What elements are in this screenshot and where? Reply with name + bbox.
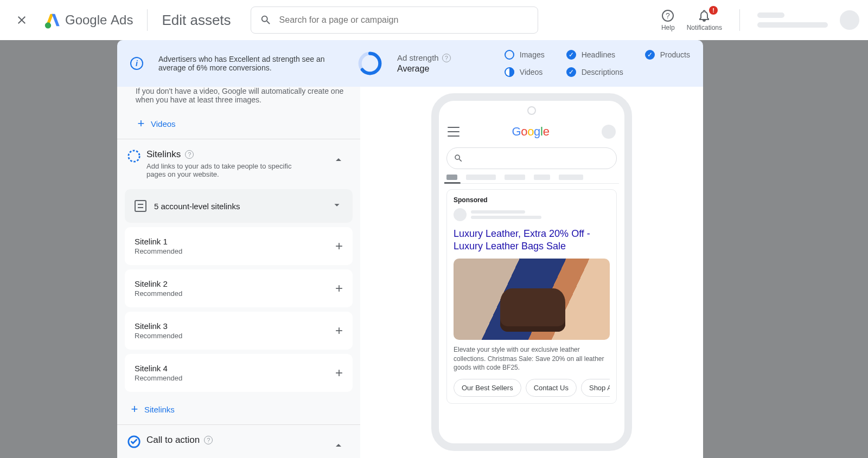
cta-chip: Shop All Prod [581,379,610,397]
sitelink-row-4[interactable]: Sitelink 4 Recommended + [125,354,353,392]
preview-tabs [444,175,619,184]
chevron-down-icon [331,199,343,213]
search-icon [454,153,463,163]
help-button[interactable]: ? Help [661,9,675,31]
status-full-icon [566,50,576,60]
ad-cta-row: Our Best Sellers Contact Us Shop All Pro… [454,379,610,397]
ad-headline: Luxury Leather, Extra 20% Off - Luxury L… [454,228,610,253]
notifications-label: Notifications [687,24,722,31]
sitelink-row-2[interactable]: Sitelink 2 Recommended + [125,269,353,307]
add-videos-button[interactable]: + Videos [117,111,360,139]
status-half-icon [505,67,514,77]
help-icon: ? [661,9,674,22]
notifications-button[interactable]: Notifications [687,9,722,31]
close-button[interactable] [9,7,35,33]
plus-icon[interactable]: + [335,238,343,254]
info-icon: i [130,57,143,70]
list-icon [135,200,146,212]
ad-preview-card: Sponsored Luxury Leather, Extra 20% Off … [446,189,617,404]
status-full-icon [645,50,655,60]
sitelink-row-1[interactable]: Sitelink 1 Recommended + [125,227,353,265]
preview-search-bar [446,147,617,169]
cta-chip: Our Best Sellers [454,379,521,397]
page-title: Edit assets [162,12,231,29]
ad-strength-help-icon[interactable]: ? [442,54,451,62]
cta-help-icon[interactable]: ? [204,436,213,444]
ad-description: Elevate your style with our exclusive le… [454,345,610,372]
close-icon [15,14,28,27]
sitelinks-title: Sitelinks [146,149,181,160]
plus-icon[interactable]: + [335,365,343,380]
search-icon [260,14,272,26]
search-box[interactable] [251,7,538,34]
svg-point-0 [45,22,51,28]
camera-notch-icon [527,106,536,115]
check-products: Products [645,50,690,60]
cta-chip: Contact Us [526,379,577,397]
account-skeleton [757,12,828,28]
sitelink-row-3[interactable]: Sitelink 3 Recommended + [125,312,353,350]
phone-preview: Google Sponsored [431,93,632,451]
video-hint: If you don't have a video, Google will a… [117,87,360,111]
status-full-icon [566,67,576,77]
main-content: If you don't have a video, Google will a… [117,87,703,458]
check-images: Images [505,50,545,60]
complete-ring-icon [127,435,141,449]
chevron-up-icon [332,439,345,452]
account-sitelinks-label: 5 account-level sitelinks [154,202,240,211]
check-videos: Videos [505,67,545,77]
search-input[interactable] [279,15,529,25]
svg-text:?: ? [666,11,670,20]
google-logo-preview: Google [512,125,549,139]
plus-icon[interactable]: + [335,323,343,338]
sitelinks-desc: Add links to your ads to take people to … [146,162,298,178]
ads-logo-icon [43,11,62,29]
sitelinks-section-header: Sitelinks ? Add links to your ads to tak… [117,139,360,185]
chevron-up-icon [332,153,345,166]
plus-icon: + [129,404,140,415]
status-empty-icon [505,50,514,60]
cta-collapse-toggle[interactable] [328,435,349,456]
plus-icon[interactable]: + [335,281,343,296]
notification-badge-icon [709,6,718,15]
google-ads-logo: Google Ads [43,11,133,29]
ad-strength-value: Average [397,64,451,74]
header-divider [147,9,148,31]
avatar[interactable] [840,10,859,30]
ad-image-preview [454,259,610,340]
cta-title: Call to action [146,435,200,446]
sponsored-label: Sponsored [454,196,610,204]
progress-ring-icon [127,149,141,163]
ad-strength-banner: i Advertisers who has Excellent ad stren… [117,40,703,87]
ad-strength-label: Ad strength [397,53,439,62]
brand-text: Ads [111,12,133,27]
cta-section-header: Call to action ? [117,425,360,458]
help-label: Help [661,24,675,31]
plus-icon: + [136,118,146,129]
ad-strength-checklist: Images Headlines Products Videos Descrip… [505,50,690,77]
preview-panel: Google Sponsored [360,87,703,458]
app-header: Google Ads Edit assets ? Help Notificati… [0,0,868,40]
sitelinks-help-icon[interactable]: ? [185,150,194,159]
check-descriptions: Descriptions [566,67,623,77]
header-divider-2 [739,9,740,31]
account-level-sitelinks-row[interactable]: 5 account-level sitelinks [125,189,353,223]
ad-source-row [454,208,610,221]
ad-strength-gauge-icon [358,51,382,75]
hamburger-icon [448,127,459,137]
strength-info-text: Advertisers who has Excellent ad strengt… [158,55,343,72]
svg-point-5 [129,151,139,162]
add-sitelinks-button[interactable]: + Sitelinks [117,396,360,424]
sitelinks-collapse-toggle[interactable] [328,149,349,171]
edit-panel: If you don't have a video, Google will a… [117,87,360,458]
check-headlines: Headlines [566,50,623,60]
preview-avatar [602,125,616,139]
